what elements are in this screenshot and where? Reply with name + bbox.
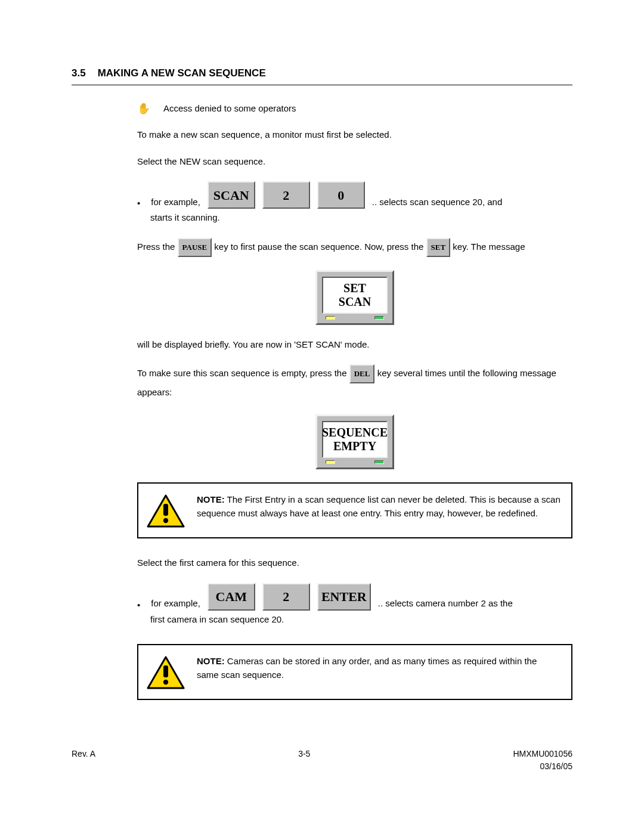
section-title: MAKING A NEW SCAN SEQUENCE xyxy=(98,66,266,81)
paragraph-del: To make sure this scan sequence is empty… xyxy=(137,364,572,401)
footer-page-num: 3-5 xyxy=(298,748,310,760)
key-scan: SCAN xyxy=(208,181,255,209)
example-cam-keys: • for example, CAM 2 ENTER .. selects ca… xyxy=(150,583,572,627)
key-enter: ENTER xyxy=(317,583,371,611)
footer-docid: HMXMU001056 xyxy=(513,748,572,760)
warning-triangle-icon xyxy=(147,494,185,528)
note1-body: The First Entry in a scan sequence list … xyxy=(197,494,561,518)
paragraph-select-camera: Select the first camera for this sequenc… xyxy=(137,556,572,570)
bullet-icon: • xyxy=(137,198,140,209)
svg-point-2 xyxy=(163,518,168,523)
svg-point-5 xyxy=(163,680,168,685)
p3-t2: key to first pause the scan sequence. No… xyxy=(214,241,426,252)
key-set: SET xyxy=(426,238,451,257)
key-pause: PAUSE xyxy=(178,238,212,257)
led-green-icon xyxy=(374,316,384,320)
example-after: .. selects scan sequence 20, and xyxy=(372,196,502,209)
footer-date: 03/16/05 xyxy=(513,760,572,773)
p3-t1: Press the xyxy=(137,241,178,252)
section-heading: 3.5 MAKING A NEW SCAN SEQUENCE xyxy=(72,66,572,85)
paragraph-select-seq: Select the NEW scan sequence. xyxy=(137,155,572,169)
access-text: Access denied to some operators xyxy=(163,102,296,116)
page-footer: Rev. A 3-5 HMXMU001056 03/16/05 xyxy=(0,748,644,785)
section-number: 3.5 xyxy=(72,66,86,81)
key-cam: CAM xyxy=(208,583,255,611)
svg-rect-4 xyxy=(163,665,168,677)
paragraph-pause-set: Press the PAUSE key to first pause the s… xyxy=(137,238,572,257)
hand-stop-icon: ✋ xyxy=(137,103,150,114)
monitor1-line2: SCAN xyxy=(339,295,371,309)
key-2: 2 xyxy=(262,181,310,209)
example2-after: .. selects camera number 2 as the xyxy=(378,597,513,611)
led-yellow-icon xyxy=(326,316,335,320)
svg-rect-1 xyxy=(163,504,168,516)
led-green-icon xyxy=(374,460,384,464)
key-2b: 2 xyxy=(262,583,310,611)
note-first-entry: NOTE: The First Entry in a scan sequence… xyxy=(137,482,572,538)
bullet-icon: • xyxy=(137,600,140,611)
access-restriction: ✋ Access denied to some operators xyxy=(137,102,572,116)
monitor-sequence-empty: SEQUENCE EMPTY xyxy=(315,414,394,469)
note1-label: NOTE: xyxy=(197,494,225,504)
p3-t3: key. The message xyxy=(453,241,525,252)
monitor-set-scan: SET SCAN xyxy=(315,270,394,325)
monitor1-line1: SET xyxy=(343,281,366,295)
footer-rev: Rev. A xyxy=(72,748,95,760)
monitor2-line1: SEQUENCE xyxy=(322,426,388,439)
note-cameras-order: NOTE: Cameras can be stored in any order… xyxy=(137,644,572,700)
note2-body: Cameras can be stored in any order, and … xyxy=(197,656,537,680)
example-after-wrap: starts it scanning. xyxy=(150,211,572,225)
paragraph-intro: To make a new scan sequence, a monitor m… xyxy=(137,128,572,142)
warning-triangle-icon xyxy=(147,656,185,689)
note2-label: NOTE: xyxy=(197,656,225,666)
paragraph-setscan-mode: will be displayed briefly. You are now i… xyxy=(137,338,572,352)
led-yellow-icon xyxy=(326,460,335,464)
example2-after-wrap: first camera in scan sequence 20. xyxy=(150,613,572,627)
example-scan-keys: • for example, SCAN 2 0 .. selects scan … xyxy=(150,181,572,225)
monitor2-line2: EMPTY xyxy=(333,439,376,453)
p5-t1: To make sure this scan sequence is empty… xyxy=(137,368,349,378)
example2-before: for example, xyxy=(151,597,200,611)
key-del: DEL xyxy=(349,364,375,383)
example-before: for example, xyxy=(151,196,200,209)
key-0: 0 xyxy=(317,181,365,209)
